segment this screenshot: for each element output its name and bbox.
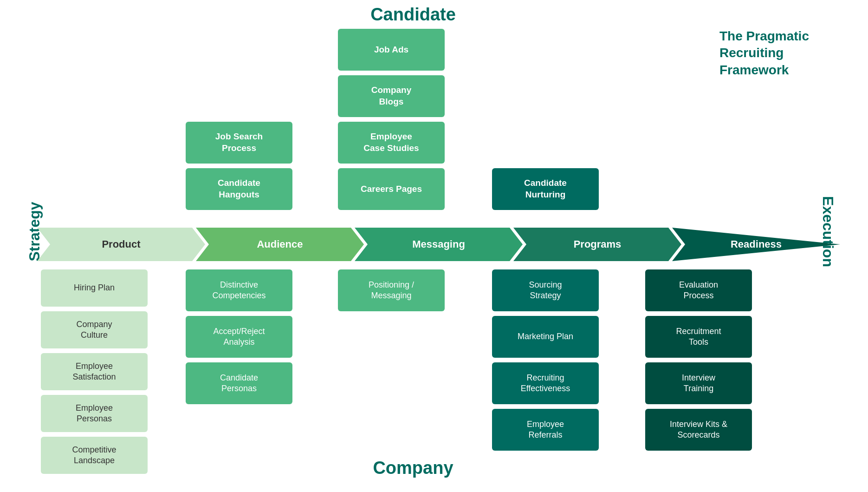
arrow-messaging: Messaging [355,228,523,261]
card-competitive-landscape: CompetitiveLandscape [41,437,148,474]
card-hiring-plan: Hiring Plan [41,269,148,307]
card-employee-satisfaction: EmployeeSatisfaction [41,353,148,390]
arrow-row: Product Audience Messaging Programs Read… [37,228,840,261]
card-company-blogs: CompanyBlogs [338,75,445,117]
card-accept-reject: Accept/RejectAnalysis [186,316,292,358]
framework-title: The PragmaticRecruitingFramework [719,28,831,79]
arrow-readiness: Readiness [672,228,840,261]
card-employee-case-studies: EmployeeCase Studies [338,122,445,164]
arrow-audience: Audience [196,228,364,261]
card-distinctive-competencies: DistinctiveCompetencies [186,269,292,311]
arrow-programs: Programs [513,228,681,261]
card-employee-referrals: EmployeeReferrals [492,409,599,451]
card-candidate-nurturing: CandidateNurturing [492,168,599,210]
card-interview-training: InterviewTraining [645,362,752,404]
card-recruitment-tools: RecruitmentTools [645,316,752,358]
card-evaluation-process: EvaluationProcess [645,269,752,311]
arrow-product: Product [37,228,205,261]
title-company: Company [343,458,483,478]
diagram-container: Candidate Company Strategy Execution The… [0,0,868,492]
card-employee-personas: EmployeePersonas [41,395,148,432]
card-recruiting-effectiveness: RecruitingEffectiveness [492,362,599,404]
card-candidate-personas: CandidatePersonas [186,362,292,404]
title-candidate: Candidate [343,5,483,25]
card-sourcing-strategy: SourcingStrategy [492,269,599,311]
card-careers-pages: Careers Pages [338,168,445,210]
card-interview-kits: Interview Kits &Scorecards [645,409,752,451]
card-job-search-process: Job SearchProcess [186,122,292,164]
card-candidate-hangouts: CandidateHangouts [186,168,292,210]
card-job-ads: Job Ads [338,29,445,71]
card-marketing-plan: Marketing Plan [492,316,599,358]
card-positioning-messaging: Positioning /Messaging [338,269,445,311]
card-company-culture: CompanyCulture [41,311,148,348]
